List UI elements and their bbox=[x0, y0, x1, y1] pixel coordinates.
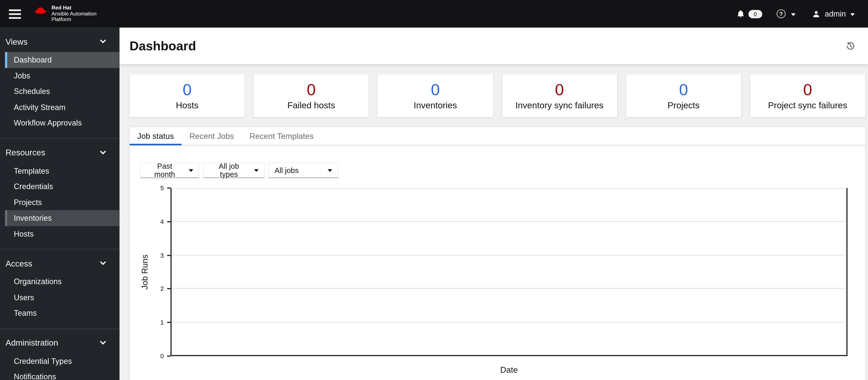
gridline bbox=[172, 188, 846, 189]
metric-card-hosts[interactable]: 0 Hosts bbox=[129, 74, 245, 117]
nav-section-toggle-resources[interactable]: Resources bbox=[0, 146, 120, 159]
main-area: Dashboard 0 Hosts 0 bbox=[120, 28, 868, 380]
y-tick-mark bbox=[167, 355, 170, 356]
nav-toggle-button[interactable] bbox=[4, 5, 26, 23]
y-tick-mark bbox=[167, 255, 170, 256]
notifications-button[interactable]: 0 bbox=[737, 9, 762, 18]
chevron-down-icon bbox=[100, 261, 106, 266]
nav-section-label: Access bbox=[6, 258, 32, 268]
nav-item-projects[interactable]: Projects bbox=[5, 194, 120, 210]
chevron-down-icon bbox=[100, 340, 106, 345]
metric-label: Failed hosts bbox=[287, 100, 335, 110]
brand-line2: Ansible Automation bbox=[52, 11, 96, 17]
nav-item-jobs[interactable]: Jobs bbox=[5, 68, 120, 83]
nav-item-dashboard[interactable]: Dashboard bbox=[5, 52, 120, 68]
metric-card-inventory-sync-failures[interactable]: 0 Inventory sync failures bbox=[502, 74, 617, 117]
masthead: Red Hat Ansible Automation Platform 0 ? … bbox=[0, 0, 868, 28]
nav-section-toggle-views[interactable]: Views bbox=[0, 35, 120, 48]
metric-value: 0 bbox=[803, 81, 812, 98]
masthead-toolbar: 0 ? admin bbox=[737, 9, 855, 18]
nav-item-credentials[interactable]: Credentials bbox=[5, 179, 120, 194]
brand-line1: Red Hat bbox=[52, 5, 96, 11]
period-select-value: Past month bbox=[146, 162, 183, 179]
metric-card-inventories[interactable]: 0 Inventories bbox=[378, 74, 493, 117]
caret-down-icon bbox=[189, 169, 193, 172]
caret-down-icon bbox=[791, 13, 796, 16]
metric-label: Hosts bbox=[176, 100, 198, 110]
y-tick: 0 bbox=[129, 353, 164, 359]
job-type-select[interactable]: All job types bbox=[203, 163, 265, 178]
metric-value: 0 bbox=[679, 81, 688, 98]
caret-down-icon bbox=[328, 169, 332, 172]
notification-badge: 0 bbox=[748, 10, 762, 18]
metric-label: Projects bbox=[668, 100, 700, 110]
chart-plot-area bbox=[170, 188, 847, 356]
user-icon bbox=[812, 10, 820, 18]
page-header: Dashboard bbox=[120, 28, 868, 64]
metric-label: Inventory sync failures bbox=[515, 100, 603, 110]
y-tick: 4 bbox=[129, 218, 164, 225]
y-tick-mark bbox=[167, 288, 170, 289]
y-tick: 5 bbox=[129, 185, 164, 191]
period-select[interactable]: Past month bbox=[140, 163, 199, 178]
tabs: Job status Recent Jobs Recent Templates bbox=[129, 127, 865, 145]
help-menu-button[interactable]: ? bbox=[777, 9, 795, 18]
nav-item-schedules[interactable]: Schedules bbox=[5, 83, 120, 99]
chevron-down-icon bbox=[100, 150, 106, 154]
chart-filters: Past month All job types All jobs bbox=[140, 163, 865, 178]
gridline bbox=[172, 221, 846, 222]
redhat-fedora-icon bbox=[33, 5, 48, 17]
job-filter-select[interactable]: All jobs bbox=[269, 163, 338, 178]
nav-item-inventories[interactable]: Inventories bbox=[5, 210, 120, 226]
history-button[interactable] bbox=[845, 40, 857, 52]
gridline bbox=[172, 255, 846, 255]
nav-item-users[interactable]: Users bbox=[5, 289, 120, 305]
tab-recent-jobs[interactable]: Recent Jobs bbox=[182, 127, 242, 145]
bell-icon bbox=[737, 9, 744, 18]
metric-value: 0 bbox=[183, 81, 192, 98]
username: admin bbox=[825, 9, 846, 18]
metric-label: Project sync failures bbox=[768, 100, 847, 110]
nav-section-access: Access Organizations Users Teams bbox=[0, 249, 120, 328]
y-tick: 2 bbox=[129, 285, 164, 292]
app-window: Red Hat Ansible Automation Platform 0 ? … bbox=[0, 0, 868, 380]
nav-item-credential-types[interactable]: Credential Types bbox=[5, 353, 120, 369]
metric-label: Inventories bbox=[414, 100, 457, 110]
y-tick: 3 bbox=[129, 252, 164, 259]
nav-item-hosts[interactable]: Hosts bbox=[5, 226, 120, 242]
y-tick-mark bbox=[167, 322, 170, 323]
job-filter-select-value: All jobs bbox=[275, 166, 299, 175]
job-runs-chart: Job Runs 5 4 3 2 1 0 bbox=[129, 188, 865, 380]
nav-item-teams[interactable]: Teams bbox=[5, 305, 120, 321]
tab-job-status[interactable]: Job status bbox=[129, 127, 182, 145]
metric-card-projects[interactable]: 0 Projects bbox=[626, 74, 741, 117]
metric-value: 0 bbox=[307, 81, 316, 98]
history-icon bbox=[846, 41, 855, 51]
y-tick: 1 bbox=[129, 319, 164, 325]
caret-down-icon bbox=[254, 169, 259, 172]
chevron-down-icon bbox=[100, 39, 106, 44]
nav-section-label: Resources bbox=[6, 148, 45, 157]
metric-card-failed-hosts[interactable]: 0 Failed hosts bbox=[254, 74, 369, 117]
metric-card-project-sync-failures[interactable]: 0 Project sync failures bbox=[750, 74, 865, 117]
nav-item-activity-stream[interactable]: Activity Stream bbox=[5, 99, 120, 115]
caret-down-icon bbox=[850, 13, 855, 16]
nav-item-templates[interactable]: Templates bbox=[5, 163, 120, 179]
gridline bbox=[172, 288, 846, 289]
nav-section-label: Administration bbox=[6, 338, 58, 347]
metric-value: 0 bbox=[431, 81, 440, 98]
nav-section-administration: Administration Credential Types Notifica… bbox=[0, 328, 120, 380]
tab-recent-templates[interactable]: Recent Templates bbox=[242, 127, 321, 145]
help-icon: ? bbox=[777, 9, 785, 18]
nav-section-toggle-administration[interactable]: Administration bbox=[0, 336, 120, 349]
nav-item-notifications[interactable]: Notifications bbox=[5, 369, 120, 380]
page-title: Dashboard bbox=[129, 38, 196, 53]
nav-item-workflow-approvals[interactable]: Workflow Approvals bbox=[5, 115, 120, 131]
nav-section-label: Views bbox=[6, 37, 28, 46]
nav-section-views: Views Dashboard Jobs Schedules Activity … bbox=[0, 28, 120, 138]
nav-item-organizations[interactable]: Organizations bbox=[5, 274, 120, 289]
brand-line3: Platform bbox=[52, 17, 96, 23]
user-menu-button[interactable]: admin bbox=[812, 9, 855, 18]
nav-section-toggle-access[interactable]: Access bbox=[0, 257, 120, 269]
y-tick-mark bbox=[167, 187, 170, 188]
